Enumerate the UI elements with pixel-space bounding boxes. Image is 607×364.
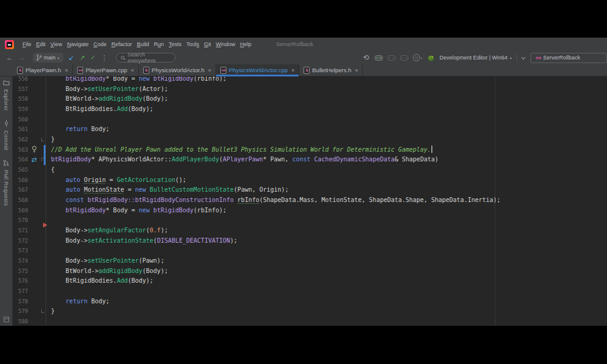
code-line[interactable]: 556 btRigidBody* Body = new btRigidBody(…	[13, 76, 607, 84]
tab-playerpawn-cpp[interactable]: ++PlayerPawn.cpp×	[73, 64, 139, 76]
code-line[interactable]: 567 auto MotionState = new BulletCustomM…	[13, 185, 607, 195]
red-arrow-marker[interactable]	[43, 223, 47, 228]
close-icon[interactable]: ×	[355, 67, 358, 73]
more-vcs-actions-button[interactable]: ⋮	[101, 51, 107, 64]
line-number[interactable]: 557	[13, 84, 40, 95]
forward-button[interactable]: →	[16, 51, 28, 64]
commit-button[interactable]: ✓	[90, 51, 95, 64]
sync-icon[interactable]: ⟲	[363, 53, 369, 62]
sidebar-item-explorer[interactable]: Explorer	[3, 80, 10, 111]
code-line[interactable]: 559 BtRigidBodies.Add(Body);	[13, 104, 607, 115]
line-number[interactable]: 577	[13, 286, 40, 297]
line-number[interactable]: 558	[13, 94, 40, 104]
code-line[interactable]: 568 const btRigidBody::btRigidBodyConstr…	[13, 195, 607, 206]
menu-view[interactable]: View	[48, 38, 64, 51]
tab-playerpawn-h[interactable]: hPlayerPawn.h×	[13, 64, 73, 76]
code-line[interactable]: 580	[13, 317, 607, 326]
menu-file[interactable]: File	[20, 38, 34, 51]
code-line[interactable]: 562}	[13, 135, 607, 145]
menu-help[interactable]: Help	[238, 38, 254, 51]
code-line[interactable]: 560	[13, 115, 607, 125]
build-config-selector[interactable]: Development Editor | Win64 ▾	[439, 55, 512, 61]
menu-navigate[interactable]: Navigate	[64, 38, 91, 51]
code-line[interactable]: 558 BtWorld->addRigidBody(Body);	[13, 94, 607, 104]
close-icon[interactable]: ×	[131, 67, 134, 73]
code-line[interactable]: 579}	[13, 306, 607, 317]
code-line[interactable]: 569 btRigidBody* Body = new btRigidBody(…	[13, 206, 607, 216]
line-number[interactable]: 578	[13, 297, 40, 307]
line-number[interactable]: 576	[13, 276, 40, 286]
update-project-button[interactable]: ↙	[69, 51, 74, 64]
code-line[interactable]: 576 BtRigidBodies.Add(Body);	[13, 276, 607, 286]
sidebar-item-commit[interactable]: Commit	[3, 120, 9, 150]
menu-git[interactable]: Git	[202, 38, 214, 51]
line-number[interactable]: 570	[13, 215, 40, 226]
line-number[interactable]: 580	[13, 317, 40, 326]
lightbulb-icon[interactable]	[30, 146, 38, 154]
gamepad-icon[interactable]	[387, 55, 396, 61]
menu-window[interactable]: Window	[214, 38, 238, 51]
code-line[interactable]: 571 Body->setAngularFactor(0.f);	[13, 226, 607, 236]
fold-marker[interactable]	[41, 138, 44, 141]
code-line[interactable]: 575 BtWorld->addRigidBody(Body);	[13, 266, 607, 277]
code-line[interactable]: 572 Body->setActivationState(DISABLE_DEA…	[13, 236, 607, 246]
gamepad-icon[interactable]	[400, 55, 409, 61]
line-number[interactable]: 561	[13, 124, 40, 135]
menu-refactor[interactable]: Refactor	[109, 38, 134, 51]
code-line[interactable]: 564btRigidBody* APhysicsWorldActor::AddP…	[13, 155, 607, 165]
sidebar-item-pull-requests[interactable]: Pull Requests	[3, 160, 9, 206]
close-icon[interactable]: ×	[291, 67, 294, 73]
git-branch-selector[interactable]: main ▾	[33, 53, 63, 62]
line-number[interactable]: 565	[13, 165, 40, 175]
search-everywhere[interactable]: Search everywhere	[116, 53, 175, 62]
line-number[interactable]: 560	[13, 115, 40, 125]
tab-physicsworldactor-h[interactable]: hPhysicsWorldActor.h×	[139, 64, 216, 76]
declaration-navigation-icon[interactable]: ⇄	[30, 155, 38, 164]
close-icon[interactable]: ×	[65, 67, 68, 73]
line-number[interactable]: 571	[13, 226, 40, 236]
code-line[interactable]: 566 auto Origin = GetActorLocation();	[13, 175, 607, 186]
gamepad-icon[interactable]	[375, 55, 383, 61]
code-line[interactable]: 570	[13, 215, 607, 226]
menu-tools[interactable]: Tools	[184, 38, 202, 51]
close-icon[interactable]: ×	[208, 67, 211, 73]
line-number[interactable]: 573	[13, 246, 40, 256]
fold-marker[interactable]	[41, 309, 44, 313]
line-number[interactable]: 579	[13, 306, 40, 317]
riderlink-plugin-icon[interactable]	[427, 55, 435, 61]
code-line[interactable]: 573	[13, 246, 607, 256]
code-line[interactable]: 577	[13, 286, 607, 297]
code-line[interactable]: 578 return Body;	[13, 297, 607, 307]
unreal-icon: u	[413, 54, 420, 61]
code-line[interactable]: 561 return Body;	[13, 124, 607, 135]
menu-edit[interactable]: Edit	[34, 38, 49, 51]
menu-run[interactable]: Run	[152, 38, 167, 51]
back-button[interactable]: ←	[4, 51, 16, 64]
run-config-selector[interactable]: ++ ServerRollback	[531, 53, 607, 63]
line-number[interactable]: 574	[13, 256, 40, 266]
code-line[interactable]: 557 Body->setUserPointer(Actor);	[13, 84, 607, 95]
menu-tests[interactable]: Tests	[166, 38, 184, 51]
tab-physicsworldactor-cpp[interactable]: ++PhysicsWorldActor.cpp×	[216, 64, 299, 76]
line-number[interactable]: 559	[13, 104, 40, 115]
code-text: //D Add the Unreal Player Pawn added to …	[51, 145, 432, 155]
line-number[interactable]: 562	[13, 135, 40, 145]
menu-build[interactable]: Build	[134, 38, 151, 51]
unreal-engine-status[interactable]: u ▾	[413, 54, 422, 61]
line-number[interactable]: 575	[13, 266, 40, 277]
line-number[interactable]: 567	[13, 185, 40, 195]
code-editor[interactable]: 556 btRigidBody* Body = new btRigidBody(…	[13, 76, 607, 326]
menu-code[interactable]: Code	[91, 38, 109, 51]
tab-bullethelpers-h[interactable]: hBulletHelpers.h×	[299, 64, 363, 76]
line-number[interactable]: 569	[13, 206, 40, 216]
window-layout-icon[interactable]	[4, 317, 9, 322]
chevron-down-icon[interactable]	[521, 55, 526, 59]
code-line[interactable]: 563//D Add the Unreal Player Pawn added …	[13, 145, 607, 155]
line-number[interactable]: 556	[13, 76, 40, 84]
line-number[interactable]: 566	[13, 175, 40, 186]
line-number[interactable]: 568	[13, 195, 40, 206]
code-line[interactable]: 574 Body->setUserPointer(Pawn);	[13, 256, 607, 266]
code-line[interactable]: 565{	[13, 165, 607, 175]
line-number[interactable]: 572	[13, 236, 40, 246]
push-button[interactable]: ↗	[80, 51, 85, 64]
